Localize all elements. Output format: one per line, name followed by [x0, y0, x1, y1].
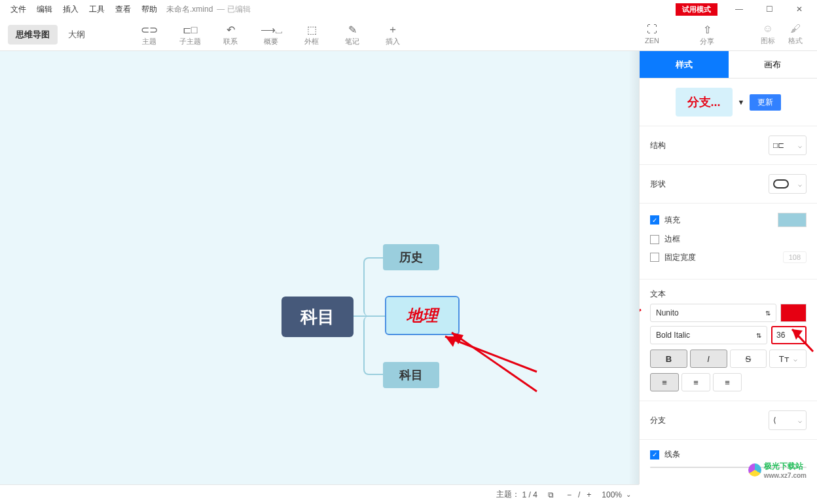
map-overview-button[interactable]: ⧉: [545, 489, 556, 501]
shape-select[interactable]: [769, 174, 807, 194]
section-structure: 结构 □⊏: [640, 126, 817, 165]
dropdown-caret-icon[interactable]: ▼: [738, 98, 745, 106]
tool-icons[interactable]: ☺ 图标: [761, 23, 775, 46]
structure-select[interactable]: □⊏: [769, 135, 807, 155]
branch-shape-icon: ⟨: [773, 416, 776, 425]
menubar: 文件 编辑 插入 工具 查看 帮助 未命名.xmind — 已编辑 试用模式 —…: [0, 0, 817, 18]
align-center-button[interactable]: ≡: [681, 373, 710, 391]
fixed-width-checkbox[interactable]: [650, 253, 659, 262]
zoom-level[interactable]: 100% ⌄: [602, 490, 631, 499]
shape-label: 形状: [650, 179, 666, 190]
tool-insert[interactable]: ＋ 插入: [378, 22, 407, 46]
document-filename: 未命名.xmind: [166, 4, 213, 15]
topic-count: 主题： 1 / 4: [496, 489, 537, 500]
theme-chip[interactable]: 分支...: [676, 88, 733, 117]
note-icon: ✎: [348, 22, 357, 37]
brush-icon: 🖌: [790, 23, 801, 36]
minimize-button[interactable]: —: [724, 0, 754, 18]
tool-subtopic[interactable]: ⊏□ 子主题: [175, 22, 204, 46]
status-bar: 主题： 1 / 4 ⧉ − / + 100% ⌄: [0, 484, 639, 504]
svg-line-2: [445, 336, 537, 372]
tool-relation[interactable]: ↶ 联系: [216, 22, 245, 46]
section-theme: 分支... ▼ 更新: [640, 79, 817, 126]
tool-zen[interactable]: ⛶ ZEN: [638, 22, 666, 46]
bold-button[interactable]: B: [650, 350, 687, 368]
tool-note[interactable]: ✎ 笔记: [338, 22, 367, 46]
panel-tabs: 样式 画布: [640, 51, 817, 79]
font-weight-select[interactable]: Bold Italic ⇅: [650, 326, 767, 344]
font-size-select[interactable]: 36 ⌄: [771, 326, 807, 344]
fill-label: 填充: [664, 215, 680, 226]
tool-group: ⊂⊃ 主题 ⊏□ 子主题 ↶ 联系 ⟶⎵ 概要 ⬚ 外框 ✎ 笔记 ＋ 插入: [135, 22, 407, 46]
structure-label: 结构: [650, 140, 666, 151]
tool-boundary[interactable]: ⬚ 外框: [297, 22, 326, 46]
tool-format[interactable]: 🖌 格式: [788, 23, 803, 46]
watermark: 极光下载站 www.xz7.com: [748, 461, 807, 479]
close-button[interactable]: ✕: [784, 0, 814, 18]
rounded-rect-icon: [773, 179, 789, 189]
tool-topic[interactable]: ⊂⊃ 主题: [135, 22, 164, 46]
smile-icon: ☺: [763, 23, 773, 36]
document-modified: — 已编辑: [217, 4, 250, 15]
svg-marker-5: [639, 310, 641, 319]
svg-marker-1: [452, 333, 463, 344]
fill-color-swatch[interactable]: [778, 213, 807, 227]
svg-line-4: [639, 310, 641, 325]
line-checkbox[interactable]: ✓: [650, 450, 659, 459]
tool-share[interactable]: ⇧ 分享: [693, 22, 721, 46]
map-icon: ⧉: [548, 490, 554, 499]
font-color-swatch[interactable]: [780, 304, 807, 322]
branch-select[interactable]: ⟨: [769, 410, 807, 430]
chevron-down-icon: ⌄: [626, 491, 631, 498]
menu-tools[interactable]: 工具: [84, 1, 110, 18]
node-root[interactable]: 科目: [281, 297, 354, 337]
menu-insert[interactable]: 插入: [58, 1, 84, 18]
canvas[interactable]: 科目 历史 地理 科目: [0, 51, 639, 484]
fixed-width-value: 108: [783, 251, 807, 263]
align-left-button[interactable]: ≡: [650, 373, 679, 391]
italic-button[interactable]: I: [690, 350, 727, 368]
summary-icon: ⟶⎵: [261, 22, 282, 37]
chevron-down-icon: ⌄: [796, 332, 801, 339]
menu-edit[interactable]: 编辑: [31, 1, 58, 18]
node-child-2-selected[interactable]: 地理: [386, 297, 458, 334]
tab-style[interactable]: 样式: [640, 51, 729, 79]
align-right-button[interactable]: ≡: [713, 373, 742, 391]
zoom-in-button[interactable]: +: [584, 489, 594, 501]
menu-file[interactable]: 文件: [5, 1, 31, 18]
tool-right: ⛶ ZEN ⇧ 分享: [638, 22, 721, 46]
section-shape: 形状: [640, 165, 817, 204]
updown-icon: ⇅: [756, 332, 761, 339]
menu-help[interactable]: 帮助: [136, 1, 162, 18]
zoom-out-button[interactable]: −: [564, 489, 574, 501]
fixed-width-label: 固定宽度: [664, 252, 696, 263]
text-label: 文本: [650, 289, 666, 298]
text-transform-button[interactable]: Tᴛ: [769, 350, 807, 368]
format-panel: 样式 画布 分支... ▼ 更新 结构 □⊏ 形状: [639, 51, 817, 484]
tab-canvas[interactable]: 画布: [729, 51, 818, 79]
menu-view[interactable]: 查看: [110, 1, 136, 18]
border-checkbox[interactable]: [650, 235, 659, 244]
window-controls: — ☐ ✕: [724, 0, 814, 18]
node-child-3[interactable]: 科目: [383, 362, 439, 388]
svg-marker-3: [445, 336, 457, 347]
workspace: 科目 历史 地理 科目 样式 画布 分支... ▼ 更新: [0, 51, 817, 484]
structure-icon: □⊏: [773, 141, 784, 150]
section-branch: 分支 ⟨: [640, 401, 817, 440]
strikethrough-button[interactable]: S: [730, 350, 767, 368]
watermark-logo-icon: [748, 463, 761, 477]
node-child-1[interactable]: 历史: [383, 244, 439, 270]
update-button[interactable]: 更新: [750, 94, 781, 111]
maximize-button[interactable]: ☐: [754, 0, 784, 18]
border-label: 边框: [664, 234, 680, 245]
tab-mindmap[interactable]: 思维导图: [8, 25, 58, 45]
insert-icon: ＋: [388, 22, 398, 37]
fill-checkbox[interactable]: ✓: [650, 215, 659, 225]
tab-outline[interactable]: 大纲: [60, 25, 93, 45]
updown-icon: ⇅: [765, 310, 771, 317]
section-fill: ✓ 填充 边框 固定宽度 108: [640, 204, 817, 279]
font-family-select[interactable]: Nunito ⇅: [650, 304, 776, 322]
main-toolbar: 思维导图 大纲 ⊂⊃ 主题 ⊏□ 子主题 ↶ 联系 ⟶⎵ 概要 ⬚ 外框 ✎ 笔…: [0, 18, 817, 51]
tool-summary[interactable]: ⟶⎵ 概要: [257, 22, 285, 46]
branch-label: 分支: [650, 415, 666, 426]
